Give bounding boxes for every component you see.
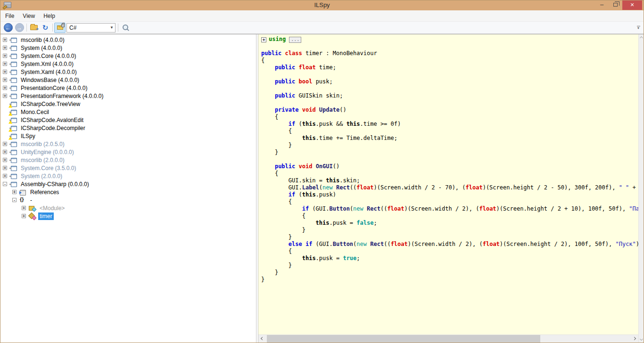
maximize-button[interactable] [609,0,622,10]
expand-toggle-icon[interactable]: + [3,142,7,146]
code-token: Rect [370,241,384,247]
expand-toggle-icon[interactable]: + [22,206,26,210]
close-button[interactable]: × [622,0,642,10]
expand-toggle-icon[interactable]: + [3,86,7,90]
collapse-toggle-icon[interactable]: - [12,198,17,202]
expand-toggle-icon[interactable]: + [3,38,7,42]
back-button[interactable]: ← [2,23,14,33]
vertical-scrollbar[interactable] [638,34,644,343]
folded-usings-box[interactable]: ... [289,37,301,43]
tree-item-icsharpcode-decompiler[interactable]: ICSharpCode.Decompiler [0,124,256,132]
tree-item-unityengine-0-0-0-0[interactable]: +UnityEngine (0.0.0.0) [0,148,256,156]
code-token: Update [319,106,339,113]
expand-toggle-icon[interactable]: + [3,54,7,58]
assembly-tree[interactable]: +mscorlib (4.0.0.0)+System (4.0.0.0)+Sys… [0,34,256,343]
toolbar-separator [26,24,27,32]
tree-item-icsharpcode-avalonedit[interactable]: ICSharpCode.AvalonEdit [0,116,256,124]
code-line: } [261,227,638,234]
code-token: { [261,170,278,177]
code-token: } [261,276,264,283]
scroll-up-arrow-icon[interactable] [640,36,643,40]
fold-toggle-icon[interactable]: + [261,37,266,42]
tree-item-label: mscorlib (2.0.5.0) [19,140,66,148]
code-token [261,241,289,247]
tree-item-references[interactable]: +References [0,188,256,196]
menu-help[interactable]: Help [39,11,59,21]
tree-item-ilspy[interactable]: ILSpy [0,132,256,140]
expand-toggle-icon[interactable]: + [3,158,7,162]
tree-item-system-core-3-5-0-0[interactable]: +System.Core (3.5.0.0) [0,164,256,172]
tree-item-mscorlib-2-0-0-0[interactable]: +mscorlib (2.0.0.0) [0,156,256,164]
code-line: this.pusk = false; [261,220,638,227]
code-token: "Пау [629,205,638,212]
menu-file[interactable]: File [1,11,18,21]
code-token [261,78,275,85]
code-token: .pusk && [316,121,347,127]
tree-item-system-core-4-0-0-0[interactable]: +System.Core (4.0.0.0) [0,52,256,60]
tree-item-presentationcore-4-0-0-0[interactable]: +PresentationCore (4.0.0.0) [0,84,256,92]
tree-item-windowsbase-4-0-0-0[interactable]: +WindowsBase (4.0.0.0) [0,76,256,84]
tree-item-label: System.Core (4.0.0.0) [19,52,77,60]
refresh-button[interactable]: ↻ [40,23,51,33]
code-token: bool [299,78,313,85]
expand-toggle-icon[interactable]: + [3,78,7,82]
code-line: if (GUI.Button(new Rect((float)(Screen.w… [261,205,638,212]
expand-toggle-icon[interactable]: + [12,190,17,194]
code-token: + t [629,184,638,191]
show-internal-members-toggle[interactable] [54,23,66,33]
minimize-button[interactable]: – [595,0,609,10]
horizontal-scrollbar-thumb[interactable] [267,335,540,343]
tree-item-assembly-csharp-0-0-0-0[interactable]: -Assembly-CSharp (0.0.0.0) [0,180,256,188]
tree-item-mono-cecil[interactable]: Mono.Cecil [0,108,256,116]
expand-toggle-icon[interactable]: + [3,174,7,178]
forward-button[interactable]: → [14,23,25,33]
tree-item-system-2-0-0-0[interactable]: +System (2.0.0.0) [0,172,256,180]
expand-toggle-icon[interactable]: + [3,70,7,74]
scroll-right-arrow-icon[interactable] [633,337,636,340]
code-line: { [261,170,638,177]
search-button[interactable] [120,23,131,33]
expand-toggle-icon[interactable]: + [3,150,7,154]
scroll-left-arrow-icon[interactable] [261,337,264,340]
expand-toggle-icon[interactable]: + [3,166,7,170]
toolbar-overflow-button[interactable]: ▼ [635,23,642,33]
language-selector[interactable]: C# ▼ [66,23,116,33]
expand-toggle-icon[interactable]: + [3,62,7,66]
menu-view[interactable]: View [18,11,39,21]
title-bar[interactable]: ILSpy – × [0,0,644,10]
open-assembly-button[interactable] [28,23,40,33]
horizontal-scrollbar[interactable] [258,335,638,343]
code-token: new [322,184,333,191]
code-line: } [261,269,638,276]
expand-toggle-icon[interactable]: + [3,94,7,98]
code-token [316,106,319,113]
code-token: public [261,50,281,57]
tree-item-module[interactable]: +<Module> [0,204,256,212]
code-view[interactable]: +using...public class timer : MonoBehavi… [258,34,638,335]
ilspy-window: ILSpy – × FileViewHelp ← → ↻ C# ▼ ▼ +msc… [0,0,644,343]
tree-item-system-xaml-4-0-0-0[interactable]: +System.Xaml (4.0.0.0) [0,68,256,76]
tree-item-presentationframework-4-0-0-0[interactable]: +PresentationFramework (4.0.0.0) [0,92,256,100]
tree-item-system-4-0-0-0[interactable]: +System (4.0.0.0) [0,44,256,52]
tree-item-icsharpcode-treeview[interactable]: ICSharpCode.TreeView [0,100,256,108]
tree-item-timer[interactable]: +timer [0,212,256,220]
collapse-toggle-icon[interactable]: - [3,182,7,186]
code-token: Rect [336,184,350,191]
assembly-icon [9,61,17,67]
code-token: } [261,269,278,276]
tree-item-mscorlib-4-0-0-0[interactable]: +mscorlib (4.0.0.0) [0,36,256,44]
tree-item-system-xml-4-0-0-0[interactable]: +System.Xml (4.0.0.0) [0,60,256,68]
expand-toggle-icon[interactable]: + [22,214,26,218]
tree-item-label: ILSpy [19,132,37,140]
code-token [261,135,302,141]
tree-item-[interactable]: -- [0,196,256,204]
tree-item-label: timer [38,212,54,220]
code-token: (( [384,241,390,247]
scroll-down-arrow-icon[interactable] [640,337,643,341]
tree-item-mscorlib-2-0-5-0[interactable]: +mscorlib (2.0.5.0) [0,140,256,148]
refresh-icon: ↻ [42,24,49,31]
expand-toggle-icon[interactable]: + [3,46,7,50]
assembly-icon [9,117,17,123]
code-token: if [305,241,312,247]
code-token [261,255,302,261]
